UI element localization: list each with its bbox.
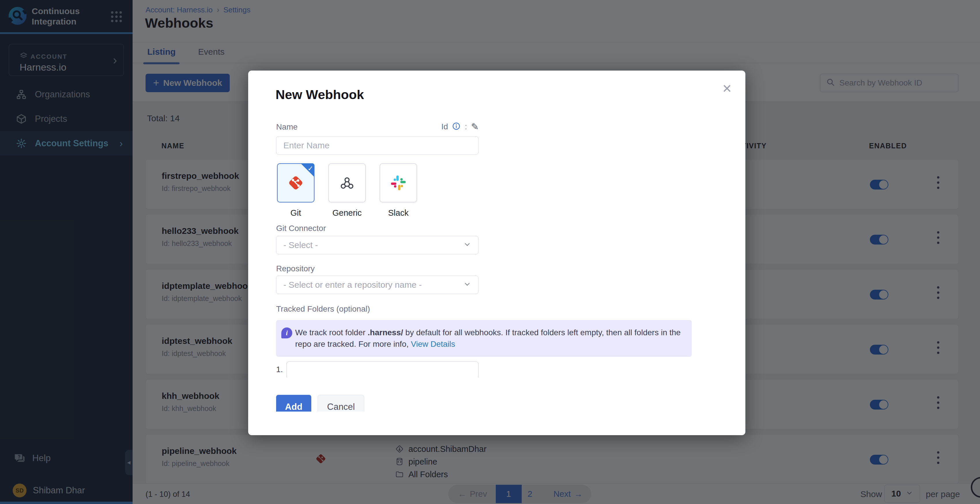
tracked-folders-label: Tracked Folders (optional)	[276, 304, 370, 314]
tracked-folder-input[interactable]	[286, 361, 479, 377]
add-button[interactable]: Add	[276, 395, 311, 412]
repository-select[interactable]: - Select or enter a repository name -	[276, 276, 479, 294]
repository-label: Repository	[276, 264, 315, 273]
git-connector-select[interactable]: - Select -	[276, 236, 479, 254]
slack-logo-icon	[390, 174, 407, 191]
type-card-slack[interactable]	[380, 163, 417, 203]
generic-webhook-icon	[339, 175, 355, 191]
type-label-git: Git	[277, 208, 315, 218]
webhook-name-input[interactable]	[276, 136, 479, 155]
type-label-slack: Slack	[380, 208, 417, 218]
close-icon[interactable]: ×	[722, 80, 732, 96]
selected-check-icon: ✓	[301, 163, 315, 177]
modal-title: New Webhook	[275, 87, 364, 102]
id-colon: :	[465, 122, 467, 132]
webhook-type-labels: Git Generic Slack	[277, 208, 417, 218]
info-icon: i	[281, 328, 292, 338]
modal-actions: Add Cancel	[276, 395, 479, 412]
edit-id-pencil-icon[interactable]: ✎	[471, 121, 479, 132]
webhook-type-selector: ✓	[277, 163, 417, 203]
git-connector-label: Git Connector	[276, 224, 326, 233]
chevron-down-icon	[463, 280, 471, 290]
id-label: Id	[441, 122, 448, 132]
new-webhook-modal: × New Webhook Name Id : ✎ ✓	[248, 71, 745, 435]
chevron-down-icon	[463, 241, 471, 250]
info-icon[interactable]	[452, 122, 461, 132]
id-row: Id : ✎	[427, 121, 479, 132]
app-root: Continuous Integration ACCOUNT Harness.i…	[0, 0, 980, 504]
type-card-generic[interactable]	[328, 163, 366, 203]
cancel-button[interactable]: Cancel	[318, 395, 364, 412]
folder-index: 1.	[276, 365, 283, 374]
type-card-git[interactable]: ✓	[277, 163, 315, 203]
tracked-folder-row: 1.	[276, 361, 480, 377]
view-details-link[interactable]: View Details	[411, 339, 455, 349]
type-label-generic: Generic	[328, 208, 366, 218]
tracked-folders-info-banner: i We track root folder .harness/ by defa…	[276, 320, 692, 357]
name-label: Name	[276, 122, 298, 132]
